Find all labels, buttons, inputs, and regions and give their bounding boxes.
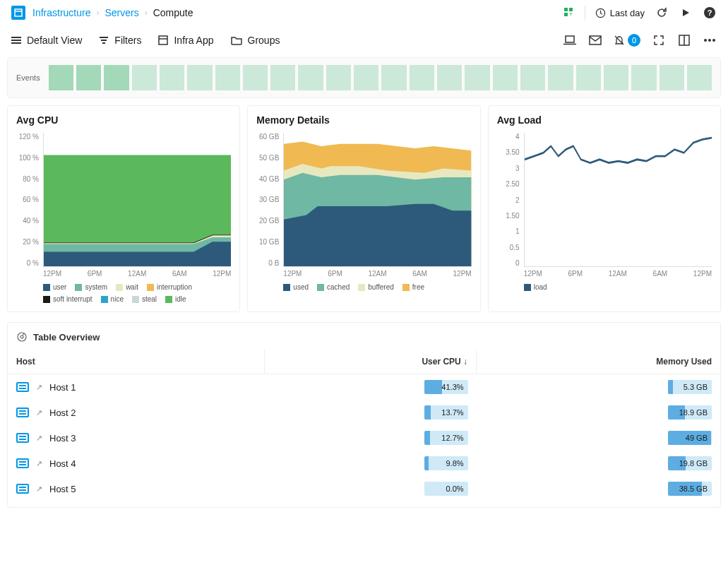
- mem-bar: 18.9 GB: [668, 405, 712, 420]
- laptop-icon[interactable]: [563, 33, 577, 47]
- default-view-button[interactable]: Default View: [11, 35, 82, 46]
- event-block[interactable]: [49, 65, 73, 90]
- legend-label: user: [53, 283, 66, 291]
- table-row[interactable]: ↗Host 312.7%49 GB: [8, 425, 720, 451]
- event-block[interactable]: [437, 65, 462, 90]
- table-row[interactable]: ↗Host 141.3%5.3 GB: [8, 374, 720, 400]
- chart-avg-load[interactable]: Avg Load 4 3.50 3 2.50 2 1.50 1 0.5 0 12…: [488, 105, 721, 312]
- event-block[interactable]: [604, 65, 628, 90]
- external-link-icon[interactable]: ↗: [36, 484, 42, 494]
- event-block[interactable]: [104, 65, 129, 90]
- event-block[interactable]: [548, 65, 573, 90]
- divider: [585, 6, 585, 20]
- table-overview: Table Overview Host User CPU ↓ Memory Us…: [7, 322, 721, 508]
- event-block[interactable]: [465, 65, 489, 90]
- svg-rect-0: [15, 9, 22, 16]
- event-block[interactable]: [660, 65, 684, 90]
- breadcrumb-root[interactable]: Infrastructure: [32, 7, 90, 18]
- legend-item[interactable]: interruption: [147, 283, 192, 291]
- col-mem-used[interactable]: Memory Used: [477, 350, 720, 374]
- filters-button[interactable]: Filters: [99, 35, 141, 46]
- event-block[interactable]: [354, 65, 378, 90]
- alerts-button[interactable]: 0: [614, 34, 640, 47]
- event-block[interactable]: [687, 65, 712, 90]
- svg-point-24: [708, 39, 711, 42]
- legend-label: wait: [126, 283, 138, 291]
- legend-item[interactable]: load: [524, 283, 547, 291]
- table-row[interactable]: ↗Host 50.0%38.5 GB: [8, 476, 720, 501]
- event-block[interactable]: [381, 65, 406, 90]
- event-block[interactable]: [215, 65, 240, 90]
- external-link-icon[interactable]: ↗: [36, 434, 42, 443]
- event-block[interactable]: [326, 65, 351, 90]
- chevron-right-icon: ›: [145, 8, 148, 18]
- legend-item[interactable]: steal: [132, 295, 157, 303]
- event-block[interactable]: [76, 65, 101, 90]
- server-icon: [16, 458, 29, 468]
- legend-item[interactable]: used: [283, 283, 309, 291]
- charts-row: Avg CPU 120 % 100 % 80 % 60 % 40 % 20 % …: [0, 105, 728, 312]
- event-block[interactable]: [243, 65, 268, 90]
- clock-icon: [595, 8, 606, 18]
- cpu-bar: 12.7%: [424, 431, 468, 445]
- event-block[interactable]: [410, 65, 434, 90]
- time-range-selector[interactable]: Last day: [595, 8, 645, 18]
- y-axis: 60 GB 50 GB 40 GB 30 GB 20 GB 10 GB 0 B: [256, 133, 283, 267]
- event-block[interactable]: [631, 65, 656, 90]
- event-block[interactable]: [576, 65, 601, 90]
- legend-swatch: [147, 284, 154, 291]
- legend-item[interactable]: free: [402, 283, 424, 291]
- legend-item[interactable]: buffered: [358, 283, 394, 291]
- more-icon[interactable]: [703, 33, 717, 47]
- event-block[interactable]: [520, 65, 545, 90]
- refresh-icon[interactable]: [655, 6, 669, 20]
- legend-item[interactable]: cached: [317, 283, 350, 291]
- event-block[interactable]: [493, 65, 518, 90]
- legend-item[interactable]: nice: [101, 295, 124, 303]
- chart-title: Avg CPU: [16, 114, 231, 126]
- groups-button[interactable]: Groups: [231, 35, 280, 46]
- legend-label: idle: [175, 295, 186, 303]
- legend-swatch: [75, 284, 82, 291]
- event-block[interactable]: [132, 65, 157, 90]
- legend-item[interactable]: wait: [116, 283, 138, 291]
- mail-icon[interactable]: [588, 33, 602, 47]
- legend-item[interactable]: soft interrupt: [43, 295, 93, 303]
- col-user-cpu[interactable]: User CPU ↓: [264, 350, 476, 374]
- fullscreen-icon[interactable]: [652, 33, 666, 47]
- split-panel-icon[interactable]: [677, 33, 691, 47]
- external-link-icon[interactable]: ↗: [36, 408, 42, 417]
- legend: usedcachedbufferedfree: [283, 283, 471, 291]
- breadcrumb-current: Compute: [153, 7, 193, 18]
- legend-item[interactable]: user: [43, 283, 66, 291]
- svg-line-29: [23, 333, 24, 335]
- play-icon[interactable]: [679, 6, 693, 20]
- infra-app-button[interactable]: Infra App: [158, 35, 213, 46]
- cpu-bar: 9.8%: [424, 456, 468, 470]
- table-row[interactable]: ↗Host 49.8%19.8 GB: [8, 451, 720, 476]
- table-row[interactable]: ↗Host 213.7%18.9 GB: [8, 400, 720, 425]
- event-block[interactable]: [187, 65, 212, 90]
- breadcrumb-servers[interactable]: Servers: [105, 7, 138, 18]
- table-icon: [16, 331, 28, 343]
- chart-avg-cpu[interactable]: Avg CPU 120 % 100 % 80 % 60 % 40 % 20 % …: [7, 105, 240, 312]
- server-icon: [16, 433, 29, 443]
- legend-item[interactable]: idle: [165, 295, 186, 303]
- event-block[interactable]: [298, 65, 323, 90]
- help-icon[interactable]: ?: [703, 6, 717, 20]
- chart-memory[interactable]: Memory Details 60 GB 50 GB 40 GB 30 GB 2…: [247, 105, 480, 312]
- legend-item[interactable]: system: [75, 283, 107, 291]
- chevron-right-icon: ›: [96, 8, 99, 18]
- plot-area: [283, 133, 471, 267]
- legend-swatch: [402, 284, 410, 291]
- external-link-icon[interactable]: ↗: [36, 383, 42, 392]
- events-blocks[interactable]: [49, 65, 712, 90]
- col-host[interactable]: Host: [8, 350, 264, 374]
- legend-swatch: [283, 284, 290, 291]
- app-logo-icon[interactable]: [11, 6, 25, 20]
- host-name: Host 1: [49, 382, 76, 393]
- external-link-icon[interactable]: ↗: [36, 459, 42, 468]
- event-block[interactable]: [270, 65, 295, 90]
- add-dashboard-icon[interactable]: +: [563, 7, 575, 18]
- event-block[interactable]: [160, 65, 184, 90]
